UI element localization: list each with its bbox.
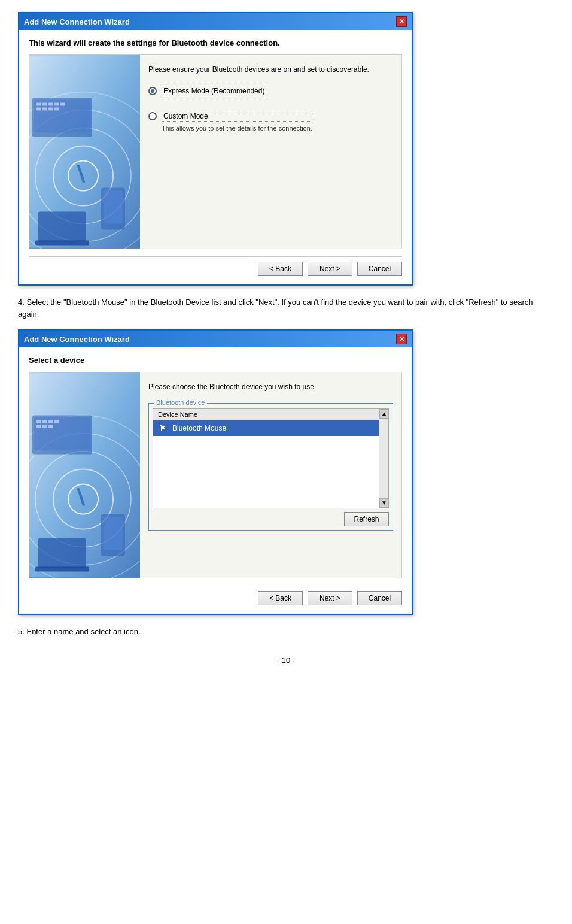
- svg-rect-7: [38, 212, 86, 242]
- dialog-body-2: Select a device: [19, 347, 412, 614]
- dialog-title-1: Add New Connection Wizard: [24, 17, 130, 26]
- device-list-scrollbar[interactable]: ▲ ▼: [379, 409, 388, 508]
- step-5-text: 5. Enter a name and select an icon.: [18, 626, 554, 638]
- svg-rect-35: [36, 420, 41, 423]
- radio-custom-sublabel: This allows you to set the details for t…: [162, 124, 312, 133]
- dialog-add-connection-2: Add New Connection Wizard ✕ Select a dev…: [18, 329, 413, 615]
- dialog-buttons-2: < Back Next > Cancel: [29, 586, 402, 608]
- step-4-text: 4. Select the "Bluetooth Mouse" in the B…: [18, 296, 554, 320]
- svg-rect-8: [35, 241, 89, 246]
- svg-rect-37: [48, 420, 53, 423]
- back-button-1[interactable]: < Back: [258, 262, 303, 276]
- device-list-header: Device Name: [153, 409, 388, 420]
- page-number: - 10 -: [277, 656, 295, 665]
- svg-rect-13: [36, 103, 41, 106]
- svg-rect-20: [48, 108, 53, 111]
- dialog-titlebar-1: Add New Connection Wizard ✕: [19, 13, 412, 30]
- next-button-2[interactable]: Next >: [308, 591, 352, 605]
- radio-option-express[interactable]: Express Mode (Recommended): [148, 86, 393, 99]
- svg-rect-17: [60, 103, 65, 106]
- options-description: Please ensure your Bluetooth devices are…: [148, 65, 393, 75]
- radio-express-label: Express Mode (Recommended): [162, 86, 266, 96]
- radio-express-btn[interactable]: [148, 87, 157, 95]
- bluetooth-device-group: Bluetooth device Device Name 🖱 Bluetooth…: [148, 403, 393, 531]
- group-box-label: Bluetooth device: [154, 399, 207, 406]
- back-button-2[interactable]: < Back: [258, 591, 303, 605]
- svg-rect-14: [42, 103, 47, 106]
- radio-express-label-wrapper: Express Mode (Recommended): [162, 86, 266, 99]
- radio-custom-label-wrapper: Custom Mode This allows you to set the d…: [162, 111, 312, 133]
- step-5-content: Enter a name and select an icon.: [26, 627, 140, 636]
- step-5-number: 5.: [18, 627, 25, 636]
- svg-rect-41: [48, 425, 53, 428]
- page-footer: - 10 -: [18, 656, 554, 665]
- dialog-body-1: This wizard will create the settings for…: [19, 30, 412, 284]
- svg-rect-19: [42, 108, 47, 111]
- cancel-button-1[interactable]: Cancel: [357, 262, 402, 276]
- options-panel-1: Please ensure your Bluetooth devices are…: [140, 55, 401, 249]
- device-list-selected-item[interactable]: 🖱 Bluetooth Mouse: [153, 420, 388, 436]
- svg-rect-30: [35, 567, 89, 572]
- svg-rect-18: [36, 108, 41, 111]
- scrollbar-down-btn[interactable]: ▼: [379, 498, 389, 508]
- options-panel-2: Please choose the Bluetooth device you w…: [140, 372, 401, 578]
- radio-custom-label: Custom Mode: [162, 111, 312, 122]
- step-4-number: 4.: [18, 298, 25, 307]
- dialog-subtitle-1: This wizard will create the settings for…: [29, 38, 402, 47]
- bluetooth-graphic-1: ⧵: [29, 55, 140, 249]
- svg-rect-10: [104, 191, 123, 224]
- refresh-btn-row: Refresh: [153, 512, 389, 526]
- svg-rect-15: [48, 103, 53, 106]
- svg-rect-38: [54, 420, 59, 423]
- dialog-title-2: Add New Connection Wizard: [24, 335, 130, 344]
- svg-rect-39: [36, 425, 41, 428]
- svg-rect-16: [54, 103, 59, 106]
- device-description: Please choose the Bluetooth device you w…: [148, 382, 393, 392]
- dialog-content-area-1: ⧵: [29, 54, 402, 249]
- dialog-subtitle-2: Select a device: [29, 356, 402, 365]
- refresh-button[interactable]: Refresh: [344, 512, 389, 526]
- cancel-button-2[interactable]: Cancel: [357, 591, 402, 605]
- dialog-add-connection-1: Add New Connection Wizard ✕ This wizard …: [18, 12, 413, 286]
- svg-rect-29: [38, 538, 86, 568]
- next-button-1[interactable]: Next >: [308, 262, 352, 276]
- scrollbar-up-btn[interactable]: ▲: [379, 409, 389, 419]
- scrollbar-track: [379, 419, 388, 498]
- svg-text:⧵: ⧵: [76, 160, 86, 187]
- dialog-close-button-2[interactable]: ✕: [396, 334, 407, 344]
- svg-text:⧵: ⧵: [76, 484, 86, 510]
- radio-custom-btn[interactable]: [148, 112, 157, 120]
- dialog-buttons-1: < Back Next > Cancel: [29, 256, 402, 278]
- svg-rect-36: [42, 420, 47, 423]
- device-item-name: Bluetooth Mouse: [172, 424, 226, 432]
- bluetooth-graphic-2: ⧵: [29, 372, 140, 578]
- svg-rect-32: [104, 517, 123, 550]
- radio-option-custom[interactable]: Custom Mode This allows you to set the d…: [148, 111, 393, 133]
- dialog-close-button-1[interactable]: ✕: [396, 16, 407, 27]
- svg-rect-21: [54, 108, 59, 111]
- device-list-empty-area: [153, 436, 388, 508]
- device-item-icon: 🖱: [158, 423, 168, 434]
- device-list-container[interactable]: Device Name 🖱 Bluetooth Mouse ▲ ▼: [153, 408, 389, 508]
- svg-rect-40: [42, 425, 47, 428]
- dialog-titlebar-2: Add New Connection Wizard ✕: [19, 331, 412, 347]
- step-4-content: Select the "Bluetooth Mouse" in the Blue…: [18, 298, 533, 319]
- dialog-content-area-2: ⧵ Please choose the: [29, 372, 402, 578]
